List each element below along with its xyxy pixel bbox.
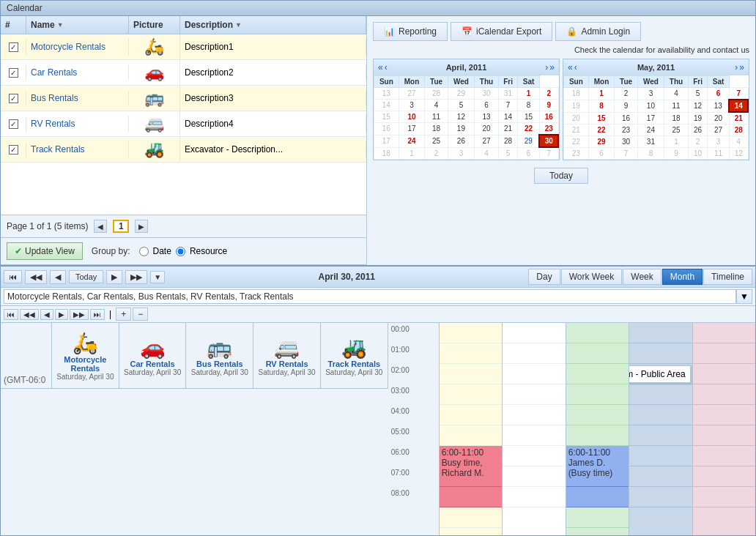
cal-day[interactable]: 29 bbox=[518, 135, 540, 147]
prev-page-btn[interactable]: ◀ bbox=[94, 220, 107, 233]
scroll-first-btn[interactable]: ⏮ bbox=[4, 309, 18, 320]
tab-work-week[interactable]: Work Week bbox=[561, 269, 623, 285]
next-icon[interactable]: › bbox=[545, 62, 548, 72]
cal-day[interactable]: 20 bbox=[708, 112, 730, 124]
today-button[interactable]: Today bbox=[534, 168, 588, 184]
reporting-button[interactable]: 📊 Reporting bbox=[373, 22, 448, 41]
col-header-description[interactable]: Description ▼ bbox=[180, 16, 366, 34]
cal-day[interactable]: 12 bbox=[729, 148, 748, 160]
cal-day[interactable]: 1 bbox=[588, 88, 615, 100]
next-next-btn[interactable]: ▶▶ bbox=[125, 270, 147, 284]
cal-day[interactable]: 21 bbox=[498, 123, 517, 135]
cal-day[interactable]: 27 bbox=[399, 88, 425, 100]
cal-day[interactable]: 31 bbox=[498, 88, 517, 100]
cell[interactable] bbox=[629, 487, 692, 507]
cal-day[interactable]: 1 bbox=[518, 88, 540, 100]
cal-day[interactable]: 19 bbox=[448, 123, 474, 135]
next-icon[interactable]: › bbox=[735, 62, 738, 72]
tab-week[interactable]: Week bbox=[623, 269, 661, 285]
cal-day[interactable]: 26 bbox=[688, 124, 707, 136]
cal-day[interactable]: 16 bbox=[539, 111, 558, 123]
cal-day[interactable]: 8 bbox=[588, 100, 615, 112]
update-view-button[interactable]: ✔ Update View bbox=[7, 242, 83, 260]
next-page-btn[interactable]: ▶ bbox=[135, 220, 148, 233]
cal-day[interactable]: 23 bbox=[539, 123, 558, 135]
radio-resource[interactable] bbox=[176, 247, 185, 256]
cal-day-selected[interactable]: 30 bbox=[539, 135, 558, 147]
cal-day[interactable]: 6 bbox=[474, 100, 498, 111]
cell[interactable] bbox=[503, 364, 565, 384]
cell[interactable] bbox=[440, 323, 502, 343]
cal-day[interactable]: 17 bbox=[637, 112, 664, 124]
motorcycle-busy-event[interactable]: 6:00-11:00 Busy time, Richard M. bbox=[440, 446, 502, 487]
double-next-icon[interactable]: » bbox=[549, 62, 555, 72]
cal-day[interactable]: 11 bbox=[664, 100, 688, 112]
resource-name-cell[interactable]: Car Rentals bbox=[26, 64, 129, 81]
cell[interactable] bbox=[629, 323, 692, 343]
cell[interactable] bbox=[566, 487, 629, 507]
bus-busy-event[interactable]: 6:00-11:00 James D. (Busy time) bbox=[566, 446, 629, 487]
may-prev-nav[interactable]: « ‹ bbox=[568, 62, 577, 72]
resource-checkbox-2[interactable] bbox=[9, 68, 18, 78]
next-btn[interactable]: ▶ bbox=[106, 270, 122, 284]
cell[interactable] bbox=[566, 425, 629, 446]
cal-day[interactable]: 7 bbox=[539, 147, 558, 160]
scroll-prev-btn[interactable]: ◀ bbox=[40, 309, 53, 320]
cal-day[interactable]: 3 bbox=[708, 136, 730, 148]
scroll-next-next-btn[interactable]: ▶▶ bbox=[70, 309, 89, 320]
cal-day[interactable]: 26 bbox=[448, 135, 474, 147]
cal-day[interactable]: 13 bbox=[474, 111, 498, 123]
cal-day[interactable]: 22 bbox=[518, 123, 540, 135]
cell[interactable] bbox=[440, 405, 502, 425]
cal-day[interactable]: 30 bbox=[474, 88, 498, 100]
cell[interactable] bbox=[629, 425, 692, 446]
cal-day[interactable]: 10 bbox=[399, 111, 425, 123]
cal-day[interactable]: 17 bbox=[399, 123, 425, 135]
cell[interactable] bbox=[566, 384, 629, 405]
cal-day[interactable]: 4 bbox=[729, 136, 748, 148]
cal-day[interactable]: 29 bbox=[448, 88, 474, 100]
tab-timeline[interactable]: Timeline bbox=[703, 269, 752, 285]
cal-day[interactable]: 28 bbox=[498, 135, 517, 147]
cell[interactable] bbox=[503, 425, 565, 446]
cal-day[interactable]: 5 bbox=[498, 147, 517, 160]
cal-day[interactable]: 7 bbox=[498, 100, 517, 111]
current-page[interactable]: 1 bbox=[113, 220, 129, 233]
cal-day[interactable]: 12 bbox=[688, 100, 707, 112]
cal-day[interactable]: 2 bbox=[615, 88, 637, 100]
cell[interactable] bbox=[503, 343, 565, 364]
cal-day[interactable]: 18 bbox=[425, 123, 448, 135]
cell[interactable] bbox=[629, 446, 692, 466]
cell[interactable] bbox=[440, 364, 502, 384]
cell[interactable] bbox=[566, 323, 629, 343]
cell[interactable] bbox=[629, 343, 692, 364]
cell[interactable] bbox=[629, 384, 692, 405]
cell[interactable] bbox=[503, 446, 565, 466]
cal-day[interactable]: 6 bbox=[518, 147, 540, 160]
prev-icon[interactable]: ‹ bbox=[385, 62, 388, 72]
cell[interactable] bbox=[503, 323, 565, 343]
checkbox-cell[interactable] bbox=[1, 40, 26, 55]
cal-day[interactable]: 16 bbox=[615, 112, 637, 124]
cal-day[interactable]: 25 bbox=[664, 124, 688, 136]
cal-day[interactable]: 11 bbox=[425, 111, 448, 123]
cal-day[interactable]: 15 bbox=[518, 111, 540, 123]
resource-checkbox-4[interactable] bbox=[9, 119, 18, 129]
resource-name-cell[interactable]: Track Rentals bbox=[26, 141, 129, 157]
cal-day[interactable]: 18 bbox=[664, 112, 688, 124]
checkbox-cell[interactable] bbox=[1, 116, 26, 132]
cal-day[interactable]: 8 bbox=[637, 148, 664, 160]
resource-filter-input[interactable] bbox=[4, 289, 736, 304]
radio-date[interactable] bbox=[139, 247, 149, 256]
resource-name-cell[interactable]: Motorcycle Rentals bbox=[26, 39, 129, 55]
april-prev-nav[interactable]: « ‹ bbox=[378, 62, 388, 72]
admin-login-button[interactable]: 🔒 Admin Login bbox=[555, 22, 641, 41]
cal-day[interactable]: 9 bbox=[539, 100, 558, 111]
cal-day[interactable]: 29 bbox=[588, 136, 615, 148]
cell[interactable] bbox=[503, 466, 565, 487]
cal-day[interactable]: 25 bbox=[425, 135, 448, 147]
cell[interactable] bbox=[693, 323, 755, 343]
cal-day[interactable]: 19 bbox=[688, 112, 707, 124]
cell[interactable] bbox=[503, 405, 565, 425]
cal-day[interactable]: 1 bbox=[399, 147, 425, 160]
